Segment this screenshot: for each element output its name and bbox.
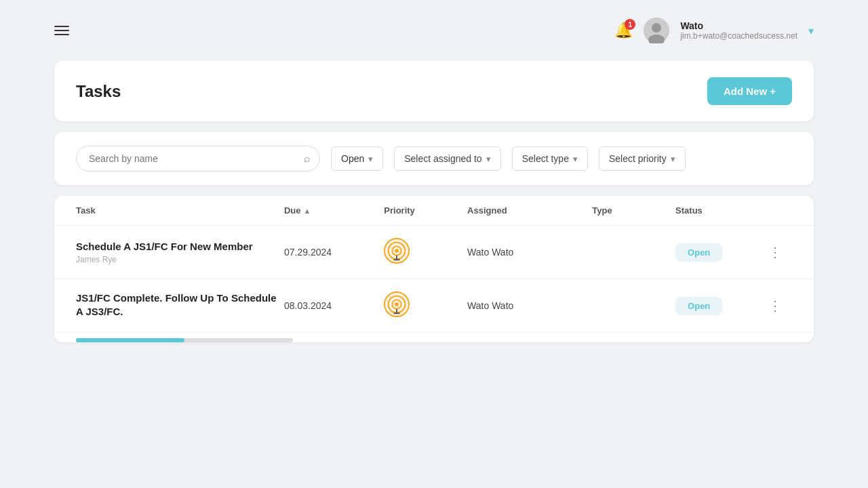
row-more-menu-1[interactable]: ⋮ — [759, 244, 792, 260]
priority-target-icon-1 — [384, 238, 410, 264]
tasks-table: Task Due ▲ Priority Assigned Type Status — [54, 196, 814, 342]
priority-filter[interactable]: Select priority ▾ — [599, 146, 686, 171]
user-name: Wato — [680, 20, 703, 31]
due-date-2: 08.03.2024 — [284, 300, 384, 311]
row-more-menu-2[interactable]: ⋮ — [759, 298, 792, 314]
col-assigned: Assigned — [467, 205, 592, 216]
filter-card: ⌕ Open ▾ Select assigned to ▾ Select typ… — [54, 132, 814, 185]
assigned-filter-label: Select assigned to — [404, 153, 481, 164]
task-cell-1: Schedule A JS1/FC For New Member James R… — [76, 240, 284, 265]
table-row: JS1/FC Complete. Follow Up To Schedule A… — [54, 279, 814, 333]
table-header: Task Due ▲ Priority Assigned Type Status — [54, 196, 814, 226]
user-dropdown-chevron[interactable]: ▾ — [808, 24, 814, 37]
task-cell-2: JS1/FC Complete. Follow Up To Schedule A… — [76, 291, 284, 320]
task-subtitle-1: James Rye — [76, 255, 284, 264]
search-wrap: ⌕ — [76, 146, 320, 171]
status-cell-1: Open — [675, 243, 759, 262]
page-title: Tasks — [76, 82, 121, 101]
col-actions — [759, 205, 792, 216]
col-type: Type — [592, 205, 675, 216]
search-icon: ⌕ — [304, 152, 311, 165]
svg-point-7 — [395, 249, 399, 253]
status-badge-1: Open — [675, 243, 722, 262]
notification-badge: 1 — [625, 19, 635, 30]
scrollbar-thumb — [76, 338, 184, 342]
horizontal-scrollbar[interactable] — [54, 333, 814, 342]
assigned-1: Wato Wato — [467, 247, 592, 258]
type-filter-chevron: ▾ — [573, 154, 578, 164]
priority-cell-2 — [384, 291, 467, 320]
task-title-1: Schedule A JS1/FC For New Member — [76, 240, 284, 253]
col-priority: Priority — [384, 205, 467, 216]
status-cell-2: Open — [675, 297, 759, 315]
priority-filter-label: Select priority — [609, 153, 667, 164]
type-filter-label: Select type — [522, 153, 569, 164]
hamburger-menu[interactable] — [54, 26, 69, 35]
table-row: Schedule A JS1/FC For New Member James R… — [54, 226, 814, 279]
tasks-header-card: Tasks Add New + — [54, 61, 814, 121]
avatar[interactable] — [644, 18, 669, 43]
notification-bell[interactable]: 🔔 1 — [614, 22, 633, 39]
scrollbar-track — [76, 338, 293, 342]
sort-arrow-due: ▲ — [304, 207, 311, 215]
priority-filter-chevron: ▾ — [671, 154, 675, 164]
add-new-button[interactable]: Add New + — [707, 77, 792, 105]
col-task: Task — [76, 205, 284, 216]
col-due[interactable]: Due ▲ — [284, 205, 384, 216]
assigned-filter-chevron: ▾ — [486, 154, 491, 164]
status-filter-chevron: ▾ — [368, 154, 373, 164]
svg-point-1 — [652, 23, 661, 33]
assigned-2: Wato Wato — [467, 300, 592, 311]
status-filter-label: Open — [341, 153, 364, 164]
col-status: Status — [675, 205, 759, 216]
status-filter[interactable]: Open ▾ — [331, 146, 383, 171]
avatar-icon — [644, 18, 669, 43]
due-date-1: 07.29.2024 — [284, 247, 384, 258]
header-right: 🔔 1 Wato jim.b+wato@coachedsucess.net ▾ — [614, 18, 814, 43]
user-info: Wato jim.b+wato@coachedsucess.net — [680, 20, 797, 41]
header: 🔔 1 Wato jim.b+wato@coachedsucess.net ▾ — [0, 0, 868, 61]
svg-point-14 — [395, 302, 399, 306]
type-filter[interactable]: Select type ▾ — [512, 146, 588, 171]
status-badge-2: Open — [675, 297, 722, 315]
task-title-2: JS1/FC Complete. Follow Up To Schedule A… — [76, 291, 284, 318]
user-email: jim.b+wato@coachedsucess.net — [680, 31, 797, 41]
page-content: Tasks Add New + ⌕ Open ▾ Select assigned… — [0, 61, 868, 342]
priority-target-icon-2 — [384, 291, 410, 317]
assigned-filter[interactable]: Select assigned to ▾ — [394, 146, 500, 171]
priority-cell-1 — [384, 238, 467, 266]
search-input[interactable] — [76, 146, 320, 171]
